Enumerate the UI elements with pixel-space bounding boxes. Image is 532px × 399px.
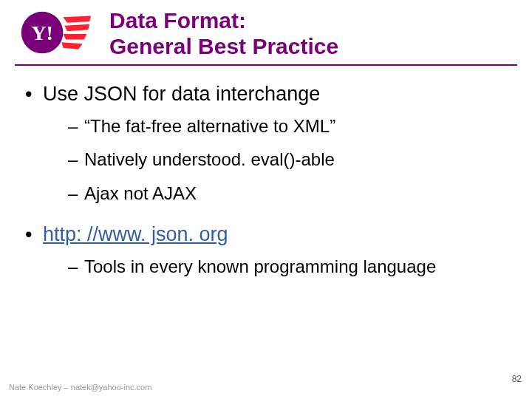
sub-bullet-item: Tools in every known programming languag…	[68, 255, 510, 278]
title-line-2: General Best Practice	[109, 33, 517, 59]
slide-title: Data Format: General Best Practice	[109, 7, 517, 60]
content-area: Use JSON for data interchange “The fat-f…	[0, 66, 532, 279]
yahoo-logo-icon: Y!	[15, 9, 96, 58]
footer-page-number: 82	[512, 374, 522, 384]
footer-author: Nate Koechley – natek@yahoo-inc.com	[9, 383, 151, 392]
bullet-item: http: //www. json. org Tools in every kn…	[22, 221, 510, 279]
sub-bullet-item: Ajax not AJAX	[68, 182, 510, 205]
bullet-list: Use JSON for data interchange “The fat-f…	[22, 81, 510, 279]
header: Y! Data Format: General Best Practice	[0, 0, 532, 60]
bullet-text: Use JSON for data interchange	[43, 83, 320, 105]
json-org-link[interactable]: http: //www. json. org	[43, 223, 228, 245]
sub-bullet-list: “The fat-free alternative to XML” Native…	[43, 115, 510, 205]
sub-bullet-list: Tools in every known programming languag…	[43, 255, 510, 278]
slide: Y! Data Format: General Best Practice Us…	[0, 0, 532, 399]
svg-text:Y!: Y!	[31, 22, 53, 45]
sub-bullet-item: Natively understood. eval()-able	[68, 148, 510, 171]
title-line-1: Data Format:	[109, 7, 517, 33]
sub-bullet-item: “The fat-free alternative to XML”	[68, 115, 510, 137]
bullet-item: Use JSON for data interchange “The fat-f…	[22, 81, 510, 205]
